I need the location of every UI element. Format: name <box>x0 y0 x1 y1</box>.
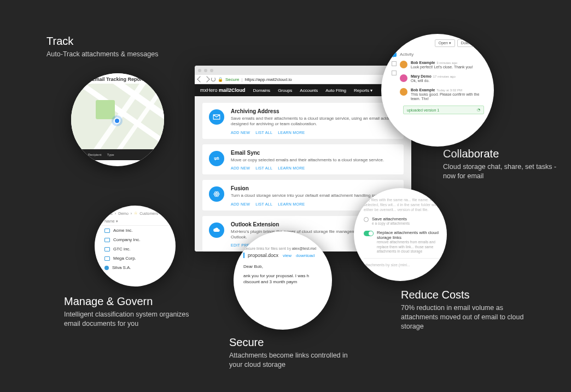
cloud-icon <box>209 223 224 238</box>
radio-icon[interactable] <box>364 217 369 222</box>
filename: proposal.docx <box>248 253 278 258</box>
callout-desc: 70% reduction in email volume as attachm… <box>401 303 527 331</box>
window-control-close[interactable] <box>198 69 201 72</box>
activity-message: Mary Demo17 minutes ago Ok, will do. <box>400 74 484 84</box>
star-icon: ☆ <box>134 211 137 215</box>
forward-icon[interactable] <box>203 76 209 82</box>
sync-icon <box>209 151 224 166</box>
nav-item[interactable]: Domains <box>253 88 271 93</box>
callout-title: Manage & Govern <box>64 295 201 308</box>
column-header[interactable]: Name ▾ <box>95 218 176 226</box>
msg-name: Bob Example <box>411 88 435 92</box>
window-control-min[interactable] <box>204 69 207 72</box>
secure-label: Secure <box>225 77 239 82</box>
uploaded-banner: uploaded version 1 ◔ <box>403 106 484 114</box>
learn-more-link[interactable]: LEARN MORE <box>278 131 305 134</box>
avatar <box>400 74 407 82</box>
manage-bubble: Files› Demo› ☆ Customers Name ▾ Acme Inc… <box>95 206 176 286</box>
rail-icon[interactable] <box>392 61 397 66</box>
callout-secure: Secure Attachments become links controll… <box>229 336 355 370</box>
secure-link-header: Secure links for files sent by alex@test… <box>243 247 322 250</box>
view-link[interactable]: view <box>283 253 292 258</box>
folder-icon <box>104 247 110 251</box>
lock-icon: 🔒 <box>218 77 223 82</box>
collaborate-bubble: Open ▾ Download Activity Bob Example3 mi… <box>381 34 494 147</box>
open-button[interactable]: Open ▾ <box>435 39 455 47</box>
list-item[interactable]: Silva S.A. <box>95 263 176 272</box>
callout-collaborate: Collaborate Cloud storage chat, share, s… <box>443 148 569 181</box>
envelope-icon <box>209 109 224 125</box>
card-desc: Turn a cloud storage service into your d… <box>231 193 387 198</box>
account-icon <box>104 266 109 270</box>
msg-text: Look perfect! Let's close. Thank you! <box>411 65 473 70</box>
nav-item[interactable]: Reports ▾ <box>354 88 372 93</box>
avatar <box>400 88 407 96</box>
app-topnav: mxHero mail2Cloud Domains Groups Account… <box>195 84 411 96</box>
clock-icon: ◔ <box>477 108 480 112</box>
msg-time: 17 minutes ago <box>433 75 456 78</box>
callout-title: Collaborate <box>443 148 569 160</box>
tracking-table-header: Date Recipient Type <box>71 149 164 160</box>
tracking-report-title: Email Tracking Report <box>71 73 164 84</box>
svg-point-0 <box>216 194 217 195</box>
brand-logo: mxHero mail2Cloud <box>200 87 246 93</box>
url-text[interactable]: https://app.mail2cloud.io <box>244 77 292 82</box>
nav-item[interactable]: Groups <box>278 88 292 93</box>
callout-reduce: Reduce Costs 70% reduction in email volu… <box>401 289 527 331</box>
chat-icon[interactable] <box>391 52 397 57</box>
card-desc: Save emails and their attachments to a c… <box>231 116 397 127</box>
side-rail <box>390 52 398 75</box>
col-recipient: Recipient <box>88 153 102 156</box>
add-new-link[interactable]: ADD NEW <box>231 166 250 170</box>
download-button[interactable]: Download <box>457 39 482 47</box>
breadcrumb: Files› Demo› ☆ Customers <box>95 206 176 218</box>
map-view[interactable] <box>71 84 164 149</box>
add-new-link[interactable]: ADD NEW <box>231 202 250 206</box>
download-link[interactable]: download <box>296 253 314 258</box>
track-bubble: Email Tracking Report Date Recipient Typ… <box>71 73 164 166</box>
truncated-text: ted, files with the same na... file name… <box>364 198 439 212</box>
list-item[interactable]: GTC inc. <box>95 244 176 254</box>
learn-more-link[interactable]: LEARN MORE <box>278 202 305 206</box>
callout-track: Track Auto-Track attachments & messages <box>46 35 158 59</box>
learn-more-link[interactable]: LEARN MORE <box>278 166 305 170</box>
list-item[interactable]: Acme Inc. <box>95 226 176 235</box>
option-replace-attachments[interactable]: Replace attachments with cloud storage l… <box>364 230 439 253</box>
folder-icon <box>104 229 110 233</box>
callout-desc: Auto-Track attachments & messages <box>46 50 158 59</box>
callout-title: Track <box>46 35 158 48</box>
folder-icon <box>104 256 110 261</box>
nav-item[interactable]: Auto Filing <box>325 88 346 93</box>
toggle-on-icon[interactable] <box>364 231 374 236</box>
col-type: Type <box>107 153 114 156</box>
map-pin-icon <box>114 118 120 124</box>
activity-heading: Activity <box>400 52 484 57</box>
callout-title: Reduce Costs <box>401 289 527 301</box>
col-date: Date <box>75 153 83 156</box>
list-all-link[interactable]: LIST ALL <box>255 131 272 134</box>
callout-title: Secure <box>229 336 355 349</box>
nav-item[interactable]: Accounts <box>300 88 318 93</box>
browser-titlebar <box>195 66 411 75</box>
list-all-link[interactable]: LIST ALL <box>255 166 272 170</box>
list-item[interactable]: Company Inc. <box>95 235 176 244</box>
file-link-row: proposal.docx view download <box>243 253 322 258</box>
activity-message: Bob ExampleToday at 3:02 PM This looks g… <box>400 87 484 102</box>
atom-icon <box>209 186 224 202</box>
activity-message: Bob Example3 minutes ago Look perfect! L… <box>400 60 484 70</box>
list-all-link[interactable]: LIST ALL <box>255 202 272 206</box>
uploaded-label: uploaded version 1 <box>407 108 439 112</box>
list-item[interactable]: Mega Corp. <box>95 254 176 263</box>
reload-icon[interactable] <box>211 77 215 81</box>
window-control-max[interactable] <box>210 69 213 72</box>
option-desc: e a copy of attachments <box>372 221 410 226</box>
back-icon[interactable] <box>197 76 203 82</box>
rail-icon[interactable] <box>392 71 397 75</box>
option-save-attachments[interactable]: Save attachments e a copy of attachments <box>364 217 439 226</box>
card-title: Email Sync <box>231 150 384 156</box>
option-desc: remove attachments from emails and repla… <box>377 240 439 253</box>
card-desc: Move or copy selected emails and their a… <box>231 157 384 163</box>
avatar <box>400 61 407 68</box>
add-new-link[interactable]: ADD NEW <box>231 131 250 134</box>
option-label: Save attachments <box>372 217 410 221</box>
